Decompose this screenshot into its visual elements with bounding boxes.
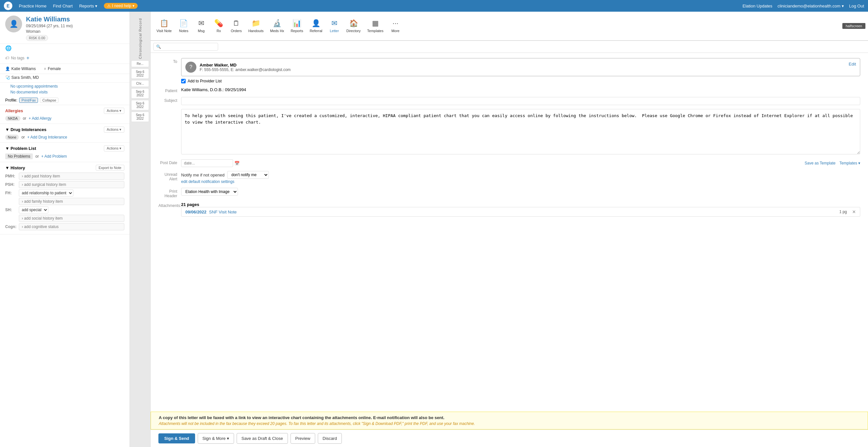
add-tag-button[interactable]: +	[26, 55, 29, 61]
cogn-input[interactable]	[19, 223, 124, 230]
subject-content	[181, 97, 860, 105]
patient-label: Patient	[158, 87, 181, 93]
chron-item-1[interactable]: Sep 62022	[131, 68, 149, 79]
visit-note-icon: 📋	[160, 19, 168, 28]
collapse-button[interactable]: Collapse	[40, 98, 58, 103]
problem-list-actions-button[interactable]: Actions ▾	[104, 145, 124, 152]
edit-recipient-link[interactable]: Edit	[849, 62, 856, 66]
post-date-content: 📅 Save as Template Templates ▾	[181, 159, 860, 167]
no-upcoming-appointments[interactable]: No upcoming appointments	[5, 83, 124, 89]
toolbar-meds-hx[interactable]: 🔬 Meds Hx	[267, 18, 287, 34]
post-date-input[interactable]	[181, 159, 233, 167]
notify-select[interactable]: don't notify me	[227, 171, 269, 179]
history-section: ▼ History Export to Note PMH: PSH: FH: a…	[0, 162, 129, 234]
fh-relationship-select[interactable]: add relationship to patient	[19, 189, 73, 197]
chron-item-3[interactable]: Sep 62022	[131, 88, 149, 99]
nav-user-account[interactable]: cliniciandemo@elationhealth.com ▾	[777, 4, 844, 8]
toolbar-notes[interactable]: 📄 Notes	[175, 18, 192, 34]
letter-label: Letter	[330, 29, 339, 33]
toolbar-letter[interactable]: ✉ Letter	[326, 18, 343, 34]
allergies-actions-button[interactable]: Actions ▾	[104, 108, 124, 114]
msg-icon: ✉	[198, 19, 204, 28]
export-to-note-button[interactable]: Export to Note	[96, 165, 124, 171]
nav-logout[interactable]: Log Out	[849, 4, 864, 8]
add-to-provider-checkbox[interactable]	[181, 79, 186, 83]
directory-icon: 🏠	[349, 19, 358, 28]
subject-input[interactable]	[181, 97, 860, 105]
add-allergy-link[interactable]: + Add Allergy	[29, 116, 51, 121]
psh-input[interactable]	[19, 181, 124, 188]
handouts-icon: 📁	[252, 19, 260, 28]
drug-intolerances-actions-button[interactable]: Actions ▾	[104, 127, 124, 133]
save-draft-button[interactable]: Save as Draft & Close	[237, 433, 288, 444]
sh-item-input[interactable]	[19, 215, 124, 222]
attachments-label: Attachments:	[158, 202, 181, 208]
toolbar-referral[interactable]: 👤 Referral	[306, 18, 326, 34]
sh-special-select[interactable]: add special	[19, 206, 49, 214]
nav-elation-updates[interactable]: Elation Updates	[742, 4, 772, 8]
nkda-tag: NKDA	[5, 116, 21, 121]
toolbar-rx[interactable]: 💊 Rx	[210, 18, 227, 34]
nav-find-chart[interactable]: Find Chart	[53, 4, 73, 8]
fh-item-input[interactable]	[19, 198, 124, 205]
tag-icon: 🏷	[5, 56, 9, 60]
attachment-remove-button[interactable]: ✕	[852, 209, 856, 215]
pmh-input[interactable]	[19, 172, 124, 180]
to-label: To	[158, 58, 181, 64]
directory-label: Directory	[346, 29, 361, 33]
chevron-down-icon-2: ▼	[5, 127, 10, 132]
meds-hx-icon: 🔬	[273, 19, 281, 28]
main-layout: 👤 Katie Williams 09/25/1994 (27 yrs, 11 …	[0, 12, 868, 447]
edit-default-notification-link[interactable]: edit default notification settings	[181, 180, 235, 184]
toolbar-handouts[interactable]: 📁 Handouts	[245, 18, 267, 34]
nav-practice-home[interactable]: Practice Home	[19, 4, 46, 8]
attachment-name[interactable]: SNF Visit Note	[209, 210, 237, 215]
patient-info-row: 👤 Katie Williams ♀ Female	[0, 64, 129, 74]
app-logo[interactable]: E	[4, 2, 12, 10]
to-box: ? Amber Walker, MD F: 555-555-5555, E: a…	[181, 58, 860, 76]
add-drug-intolerance-link[interactable]: + Add Drug Intolerance	[27, 135, 67, 139]
template-links: Save as Template Templates ▾	[805, 161, 860, 165]
toolbar-templates[interactable]: ▦ Templates	[364, 18, 386, 34]
problem-list-content: No Problems or + Add Problem	[5, 153, 124, 159]
print-fax-button[interactable]: Print/Fax	[19, 98, 38, 103]
halfscreen-button[interactable]: halfscreen	[842, 23, 865, 29]
referral-icon: 👤	[312, 19, 320, 28]
no-documented-visits[interactable]: No documented visits	[5, 89, 124, 95]
letter-icon: ✉	[332, 19, 337, 28]
toolbar-msg[interactable]: ✉ Msg	[192, 18, 210, 34]
sign-send-button[interactable]: Sign & Send	[158, 434, 195, 443]
cogn-row: Cogn:	[5, 223, 124, 230]
toolbar-orders[interactable]: 🗒 Orders	[227, 18, 245, 34]
allergies-content: NKDA or + Add Allergy	[5, 116, 124, 121]
nav-help[interactable]: ⚠ I need help ▾	[104, 3, 137, 9]
msg-label: Msg	[198, 29, 205, 33]
print-header-select[interactable]: Elation Health with Image	[181, 188, 238, 196]
save-as-template-link[interactable]: Save as Template	[805, 161, 836, 165]
to-content: ? Amber Walker, MD F: 555-555-5555, E: a…	[181, 58, 860, 83]
recipient-info: Amber Walker, MD F: 555-555-5555, E: amb…	[199, 63, 290, 72]
risk-badge: RISK 0.00	[26, 35, 48, 41]
chron-items: Re... Sep 62022 Chr... Sep 62022 Sep 620…	[130, 59, 150, 123]
sh-item-row	[19, 215, 124, 222]
toolbar-visit-note[interactable]: 📋 Visit Note	[153, 18, 175, 34]
handouts-label: Handouts	[248, 29, 264, 33]
search-input[interactable]	[153, 43, 218, 51]
letter-body-textarea[interactable]: To help you with seeing this patient, I'…	[181, 109, 860, 154]
calendar-icon[interactable]: 📅	[235, 161, 240, 166]
toolbar-reports[interactable]: 📊 Reports	[287, 18, 306, 34]
chron-item-4[interactable]: Sep 62022	[131, 100, 149, 110]
preview-button[interactable]: Preview	[290, 433, 315, 444]
chron-item-5[interactable]: Sep 62022	[131, 111, 149, 122]
patient-info-name: 👤 Katie Williams	[5, 66, 36, 71]
add-problem-link[interactable]: + Add Problem	[41, 154, 67, 159]
chron-item-0[interactable]: Re...	[131, 60, 149, 67]
toolbar-more[interactable]: ··· More	[386, 18, 404, 34]
templates-dropdown-link[interactable]: Templates ▾	[839, 161, 860, 165]
discard-button[interactable]: Discard	[318, 433, 342, 444]
profile-row: Profile: Print/Fax Collapse	[0, 96, 129, 105]
toolbar-directory[interactable]: 🏠 Directory	[343, 18, 364, 34]
chron-item-2[interactable]: Chr...	[131, 80, 149, 87]
nav-reports[interactable]: Reports ▾	[79, 4, 97, 8]
sign-more-button[interactable]: Sign & More ▾	[198, 433, 234, 444]
